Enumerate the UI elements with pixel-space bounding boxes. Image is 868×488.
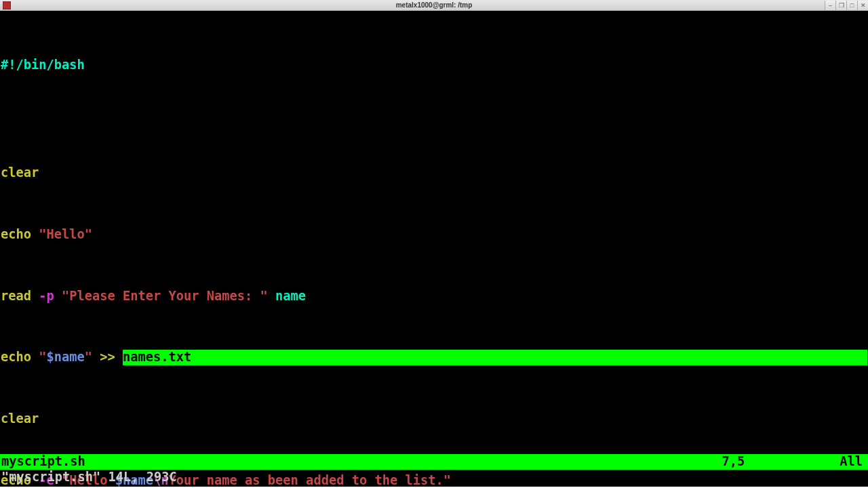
- code-line: clear: [1, 165, 867, 181]
- window-titlebar: metalx1000@grml: /tmp – ❐ □ ✕: [0, 0, 868, 11]
- status-scroll: All: [840, 454, 863, 470]
- code-line: #!/bin/bash: [1, 58, 867, 73]
- restore-button[interactable]: ❐: [835, 1, 846, 10]
- vim-command-line: "myscript.sh" 14L, 293C: [0, 470, 868, 485]
- app-icon: [3, 1, 11, 9]
- code-line: clear: [1, 411, 867, 427]
- terminal[interactable]: #!/bin/bash clear echo "Hello" read -p "…: [0, 11, 868, 487]
- maximize-button[interactable]: □: [846, 1, 857, 10]
- status-filename: myscript.sh: [1, 454, 85, 470]
- minimize-button[interactable]: –: [825, 1, 835, 10]
- code-line: read -p "Please Enter Your Names: " name: [1, 289, 867, 304]
- vim-status-bar: myscript.sh 7,5 All: [0, 454, 868, 470]
- code-line: echo "$name" >> names.txt: [1, 350, 867, 365]
- code-line: [1, 104, 867, 119]
- code-line: echo "Hello": [1, 227, 867, 243]
- window-buttons: – ❐ □ ✕: [825, 1, 868, 10]
- visual-selection: names.txt: [123, 350, 867, 365]
- window-title: metalx1000@grml: /tmp: [396, 1, 473, 9]
- status-cursor-position: 7,5: [722, 454, 745, 470]
- close-button[interactable]: ✕: [857, 1, 868, 10]
